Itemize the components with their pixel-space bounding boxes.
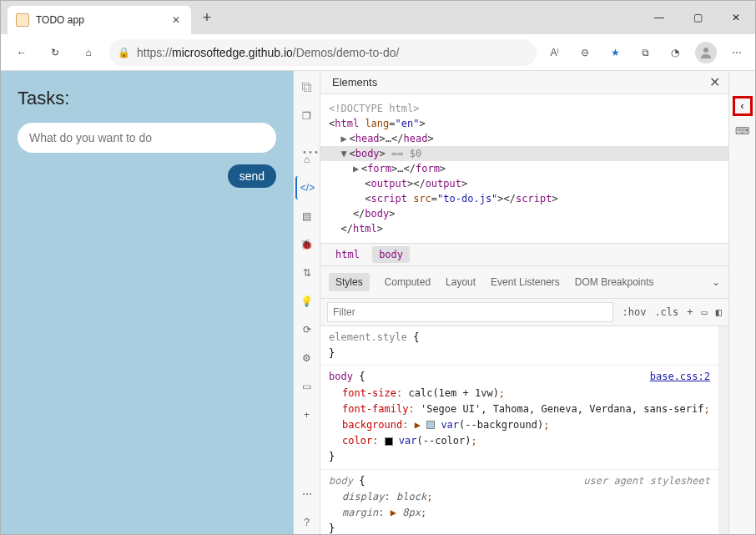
lock-icon: 🔒 bbox=[118, 47, 130, 58]
toolbar-right: A⁾ ⊖ ★ ⧉ ◔ ⋯ bbox=[545, 42, 747, 63]
hov-toggle[interactable]: :hov bbox=[622, 306, 646, 318]
devtools: ⿻ ❐ ⌂ </> ▤ 🐞 ⇅ 💡 ⟳ ⚙ ▭ + ⋯ ? Elemen bbox=[293, 71, 755, 534]
read-aloud-icon[interactable]: A⁾ bbox=[545, 43, 565, 63]
task-input[interactable] bbox=[18, 123, 276, 153]
device-icon[interactable]: ❐ bbox=[295, 104, 319, 128]
send-button[interactable]: send bbox=[228, 164, 276, 188]
tab-title: TODO app bbox=[36, 14, 163, 26]
scrollbar[interactable] bbox=[718, 326, 728, 534]
page-heading: Tasks: bbox=[18, 88, 276, 109]
svg-point-0 bbox=[703, 48, 708, 53]
browser-window: TODO app ✕ + — ▢ ✕ ← ↻ ⌂ 🔒 https://micro… bbox=[0, 0, 756, 535]
more-icon[interactable]: ⋯ bbox=[727, 43, 747, 63]
minimize-button[interactable]: — bbox=[640, 4, 678, 31]
help-icon[interactable]: ? bbox=[295, 511, 319, 534]
rule-user-agent[interactable]: user agent stylesheet body { display: bl… bbox=[320, 470, 718, 535]
maximize-button[interactable]: ▢ bbox=[678, 4, 717, 31]
avatar[interactable] bbox=[695, 42, 717, 63]
ua-label: user agent stylesheet bbox=[583, 473, 710, 489]
memory-icon[interactable]: ⟳ bbox=[295, 318, 319, 341]
devtools-close-icon[interactable]: ✕ bbox=[709, 74, 720, 90]
elements-icon[interactable]: </> bbox=[295, 176, 319, 199]
webpage: Tasks: send bbox=[1, 71, 293, 534]
content-area: Tasks: send ⿻ ❐ ⌂ </> ▤ 🐞 ⇅ 💡 ⟳ ⚙ ▭ + ⋯ bbox=[1, 71, 755, 534]
tab-favicon bbox=[16, 13, 29, 27]
address-bar[interactable]: 🔒 https://microsoftedge.github.io/Demos/… bbox=[109, 39, 537, 66]
new-rule-icon[interactable]: + bbox=[687, 306, 693, 318]
tab-layout[interactable]: Layout bbox=[446, 276, 476, 288]
dom-script[interactable]: <script src="to-do.js"></script> bbox=[329, 191, 720, 206]
dom-body-close[interactable]: </body> bbox=[329, 206, 720, 221]
more-tabs-icon[interactable]: + bbox=[295, 403, 319, 426]
console-icon[interactable]: ▤ bbox=[295, 204, 319, 228]
dom-body-selected[interactable]: ▼<body> == $0 bbox=[320, 146, 728, 161]
dom-html-close[interactable]: </html> bbox=[329, 221, 720, 236]
zoom-icon[interactable]: ⊖ bbox=[575, 43, 595, 63]
devtools-header: Elements ✕ bbox=[320, 71, 728, 94]
browser-toolbar: ← ↻ ⌂ 🔒 https://microsoftedge.github.io/… bbox=[1, 34, 755, 71]
chevron-down-icon[interactable]: ⌄ bbox=[712, 276, 720, 288]
rule-body[interactable]: base.css:2 body { font-size: calc(1em + … bbox=[320, 366, 718, 469]
styles-tabs: Styles Computed Layout Event Listeners D… bbox=[320, 265, 728, 299]
breadcrumb-html[interactable]: html bbox=[329, 246, 366, 263]
elements-tab-label[interactable]: Elements bbox=[329, 71, 381, 93]
collections-icon[interactable]: ⧉ bbox=[635, 43, 655, 63]
breadcrumb-body[interactable]: body bbox=[372, 246, 410, 263]
close-icon[interactable]: ✕ bbox=[169, 13, 183, 27]
issues-icon[interactable]: ⌨ bbox=[733, 121, 753, 141]
tab-event-listeners[interactable]: Event Listeners bbox=[491, 276, 560, 288]
browser-tab[interactable]: TODO app ✕ bbox=[8, 6, 191, 34]
right-rail: ‹ ⌨ bbox=[728, 71, 755, 534]
dom-doctype[interactable]: <!DOCTYPE html> bbox=[329, 101, 720, 116]
cls-toggle[interactable]: .cls bbox=[654, 306, 678, 318]
application-icon[interactable]: ⚙ bbox=[295, 346, 319, 370]
inspect-icon[interactable]: ⿻ bbox=[295, 76, 319, 99]
tab-styles[interactable]: Styles bbox=[329, 273, 370, 291]
more-tools-icon[interactable]: ⋯ bbox=[295, 482, 319, 506]
window-controls: — ▢ ✕ bbox=[640, 4, 755, 31]
dom-head[interactable]: ▶<head>…</head> bbox=[329, 131, 720, 146]
network-icon[interactable]: ⇅ bbox=[295, 261, 319, 285]
performance-icon[interactable]: ◔ bbox=[665, 43, 685, 63]
titlebar: TODO app ✕ + — ▢ ✕ bbox=[1, 1, 755, 34]
expand-activity-bar-button[interactable]: ‹ bbox=[733, 96, 753, 116]
tab-dom-breakpoints[interactable]: DOM Breakpoints bbox=[575, 276, 654, 288]
home-button[interactable]: ⌂ bbox=[76, 40, 101, 65]
dom-tree[interactable]: <!DOCTYPE html> <html lang="en"> ▶<head>… bbox=[320, 94, 728, 243]
performance-tab-icon[interactable]: 💡 bbox=[295, 290, 319, 313]
back-button[interactable]: ← bbox=[9, 40, 34, 65]
url-text: https://microsoftedge.github.io/Demos/de… bbox=[137, 46, 399, 59]
devtools-main: Elements ✕ <!DOCTYPE html> <html lang="e… bbox=[320, 71, 728, 534]
breadcrumb: html body bbox=[320, 243, 728, 265]
dom-form[interactable]: ▶<form>…</form> bbox=[329, 161, 720, 176]
dom-output[interactable]: <output></output> bbox=[329, 176, 720, 191]
close-window-button[interactable]: ✕ bbox=[717, 4, 755, 31]
styles-pane[interactable]: element.style {} base.css:2 body { font-… bbox=[320, 326, 718, 534]
rule-element-style[interactable]: element.style {} bbox=[320, 326, 718, 366]
favorite-icon[interactable]: ★ bbox=[605, 43, 625, 63]
filter-input[interactable] bbox=[327, 302, 613, 322]
refresh-button[interactable]: ↻ bbox=[43, 40, 68, 65]
computed-toggle-icon[interactable]: ▭ bbox=[702, 306, 708, 318]
tab-computed[interactable]: Computed bbox=[385, 276, 431, 288]
source-link[interactable]: base.css:2 bbox=[650, 369, 710, 385]
filter-bar: :hov .cls + ▭ ◧ bbox=[320, 299, 728, 326]
sources-icon[interactable]: 🐞 bbox=[295, 233, 319, 256]
dom-html-open[interactable]: <html lang="en"> bbox=[329, 116, 720, 131]
new-tab-button[interactable]: + bbox=[194, 5, 219, 30]
security-icon[interactable]: ▭ bbox=[295, 375, 319, 398]
rendering-icon[interactable]: ◧ bbox=[716, 306, 722, 318]
activity-bar: ⿻ ❐ ⌂ </> ▤ 🐞 ⇅ 💡 ⟳ ⚙ ▭ + ⋯ ? bbox=[294, 71, 320, 534]
